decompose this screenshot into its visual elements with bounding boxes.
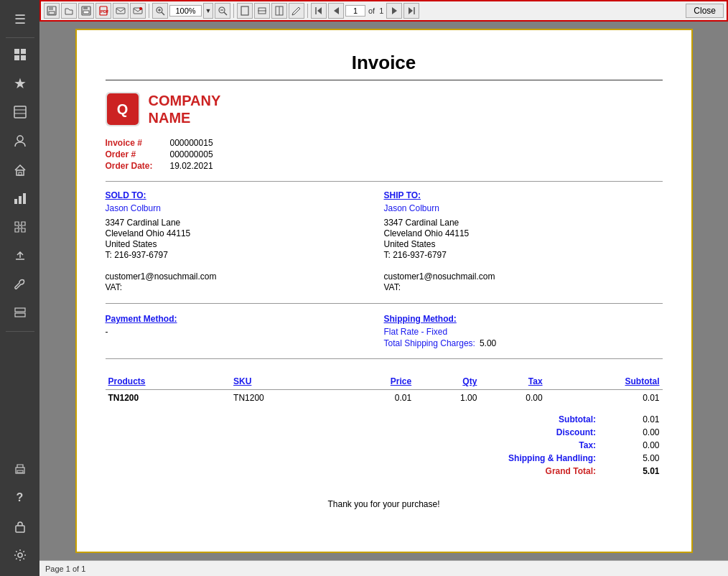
address-section: SOLD TO: Jason Colburn 3347 Cardinal Lan… [106, 190, 663, 304]
lock-icon[interactable] [6, 513, 34, 540]
company-name-line1: COMPANY [149, 92, 221, 109]
status-bar: Page 1 of 1 [39, 560, 728, 576]
products-table: Products SKU Price Qty Tax Subtotal TN12… [106, 373, 663, 406]
star-icon[interactable]: ★ [6, 70, 34, 97]
first-page-button[interactable] [311, 3, 327, 19]
title-divider [106, 80, 663, 80]
fit-page-button[interactable] [271, 3, 287, 19]
invoice-header: Q COMPANY NAME [106, 92, 663, 126]
company-logo: Q [106, 92, 140, 126]
payment-section: Payment Method: - Shipping Method: Flat … [106, 314, 663, 359]
sold-to-address1: 3347 Cardinal Lane [106, 218, 384, 228]
ship-to-phone: T: 216-937-6797 [384, 250, 663, 260]
email-button[interactable] [113, 3, 129, 19]
main-area: PDF 100% ▼ [39, 0, 728, 576]
grand-total-label: Grand Total: [462, 465, 599, 478]
company-name-block: COMPANY NAME [149, 92, 221, 126]
email2-button[interactable] [130, 3, 146, 19]
order-number-value: 000000005 [170, 149, 213, 159]
invoice-number-row: Invoice # 000000015 [106, 138, 663, 148]
invoice-number-label: Invoice # [106, 138, 170, 148]
subtotal-value: 0.01 [599, 413, 662, 426]
pdf-button[interactable]: PDF [95, 3, 111, 19]
save-button[interactable] [44, 3, 60, 19]
svg-rect-4 [14, 106, 26, 118]
svg-rect-12 [23, 193, 26, 204]
svg-rect-10 [14, 199, 17, 204]
print-icon[interactable] [6, 455, 34, 483]
svg-rect-37 [241, 6, 248, 15]
grand-total-row: Grand Total: 5.01 [462, 465, 663, 478]
discount-value: 0.00 [599, 426, 662, 439]
totals-table: Subtotal: 0.01 Discount: 0.00 Tax: 0.00 … [462, 413, 663, 478]
home-icon[interactable] [6, 156, 34, 183]
question-icon[interactable]: ? [6, 484, 34, 511]
chart-icon[interactable] [6, 185, 34, 212]
edit-button[interactable] [289, 3, 304, 19]
ship-to-name: Jason Colburn [384, 203, 663, 213]
grand-total-value: 5.01 [599, 465, 662, 478]
zoom-dropdown-button[interactable]: ▼ [203, 3, 213, 19]
col-sku: SKU [230, 373, 336, 390]
next-page-button[interactable] [386, 3, 402, 19]
ship-to-country: United States [384, 239, 663, 249]
shipping-charges-value: 5.00 [480, 338, 496, 348]
prev-page-button[interactable] [328, 3, 344, 19]
sold-to-heading: SOLD TO: [106, 190, 384, 200]
ship-to-heading: SHIP TO: [384, 190, 663, 200]
svg-rect-2 [14, 55, 19, 60]
svg-rect-27 [116, 8, 125, 14]
gear-icon[interactable] [6, 542, 34, 569]
order-date-value: 19.02.2021 [170, 161, 213, 171]
svg-line-36 [224, 12, 227, 15]
ship-to-vat: VAT: [384, 282, 663, 292]
open-button[interactable] [61, 3, 77, 19]
sold-to-country: United States [106, 239, 384, 249]
sep3 [307, 4, 308, 18]
save2-button[interactable] [78, 3, 94, 19]
subtotal-label: Subtotal: [462, 413, 599, 426]
wrench-icon[interactable] [6, 271, 34, 298]
sold-to-email: customer1@nosuchmail.com [106, 271, 384, 282]
col-qty: Qty [414, 373, 480, 390]
col-price: Price [337, 373, 415, 390]
page-total-label: 1 [378, 6, 385, 15]
zoom-out-button[interactable] [215, 3, 230, 19]
subtotal-row: Subtotal: 0.01 [462, 413, 663, 426]
sold-to-phone: T: 216-937-6797 [106, 250, 384, 260]
invoice-title: Invoice [106, 52, 663, 74]
user-icon[interactable] [6, 127, 34, 154]
product-sku: TN1200 [230, 390, 336, 407]
shipping-method: Flat Rate - Fixed [384, 327, 663, 337]
page-view-button[interactable] [237, 3, 253, 19]
svg-point-7 [17, 136, 23, 141]
box-icon[interactable] [6, 98, 34, 126]
layers-icon[interactable] [6, 299, 34, 327]
page-number-input[interactable] [345, 5, 365, 17]
shipping-charges-row: Total Shipping Charges: 5.00 [384, 338, 663, 348]
pdf-page: Invoice Q COMPANY NAME Invoice # 0000 [75, 29, 693, 553]
dashboard-icon[interactable] [6, 41, 34, 68]
shipping-total-label: Shipping & Handling: [462, 452, 599, 465]
thank-you-text: Thank you for your purchase! [106, 499, 663, 509]
svg-point-29 [139, 7, 142, 10]
ship-to-email: customer1@nosuchmail.com [384, 271, 663, 282]
puzzle-icon[interactable] [6, 213, 34, 241]
svg-rect-20 [49, 6, 53, 10]
svg-rect-0 [14, 49, 19, 54]
order-number-label: Order # [106, 149, 170, 159]
sidebar-divider-1 [6, 37, 34, 38]
hamburger-menu-icon[interactable]: ☰ [6, 6, 34, 33]
zoom-in-button[interactable] [152, 3, 168, 19]
shipping-heading: Shipping Method: [384, 314, 663, 324]
close-button[interactable]: Close [686, 4, 724, 18]
last-page-button[interactable] [403, 3, 419, 19]
fit-width-button[interactable] [254, 3, 270, 19]
svg-rect-1 [21, 49, 26, 54]
company-logo-inner: Q [107, 93, 139, 125]
product-name: TN1200 [106, 390, 231, 407]
order-date-label: Order Date: [106, 161, 170, 171]
ship-to-col: SHIP TO: Jason Colburn 3347 Cardinal Lan… [384, 190, 663, 293]
payment-value: - [106, 327, 384, 337]
upload-icon[interactable] [6, 242, 34, 269]
